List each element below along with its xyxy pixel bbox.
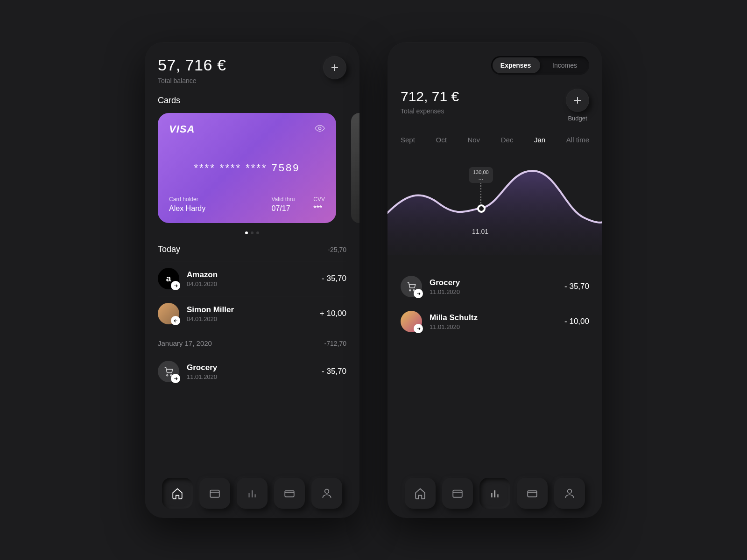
month-option[interactable]: Dec xyxy=(501,136,514,144)
pager-dot[interactable] xyxy=(251,231,254,234)
day-title: January 17, 2020 xyxy=(158,339,212,347)
holder-name: Alex Hardy xyxy=(169,204,253,213)
stats-screen: Expenses Incomes 712, 71 € Total expense… xyxy=(388,42,602,518)
tab-stats[interactable] xyxy=(237,478,268,509)
card-number: **** **** **** 7589 xyxy=(169,162,325,174)
tx-date: 11.01.2020 xyxy=(430,288,564,295)
eye-icon[interactable] xyxy=(315,123,325,133)
month-option[interactable]: Sept xyxy=(401,136,415,144)
cards-title: Cards xyxy=(158,96,346,105)
tx-date: 11.01.2020 xyxy=(187,373,322,380)
day-sum: -712,70 xyxy=(324,340,346,347)
pager-dot[interactable] xyxy=(256,231,259,234)
svg-point-3 xyxy=(167,375,168,376)
svg-point-15 xyxy=(568,489,572,493)
tab-bar xyxy=(158,469,346,509)
tx-name: Simon Miller xyxy=(187,305,320,315)
arrow-out-icon xyxy=(171,281,180,290)
svg-rect-6 xyxy=(285,491,294,497)
tab-card[interactable] xyxy=(517,478,548,509)
svg-rect-5 xyxy=(210,490,219,497)
total-balance: 57, 716 € xyxy=(158,56,226,74)
tx-date: 04.01.2020 xyxy=(187,315,320,322)
month-option[interactable]: Jan xyxy=(534,136,545,144)
chart-tooltip: 130,00… xyxy=(469,167,493,183)
month-picker[interactable]: Sept Oct Nov Dec Jan All time xyxy=(401,136,589,144)
pager-dot[interactable] xyxy=(245,231,248,234)
day-sum: -25,70 xyxy=(328,246,346,253)
tx-name: Milla Schultz xyxy=(430,313,564,322)
add-button[interactable] xyxy=(323,56,346,79)
cvv-label: CVV xyxy=(313,196,325,203)
chart-icon xyxy=(246,487,258,499)
category-avatar xyxy=(158,361,179,382)
tx-amount: - 35,70 xyxy=(564,282,589,291)
tx-amount: - 35,70 xyxy=(322,274,346,283)
total-balance-label: Total balance xyxy=(158,77,226,84)
chart-icon xyxy=(489,487,501,499)
svg-rect-13 xyxy=(453,490,462,497)
month-option[interactable]: Oct xyxy=(436,136,446,144)
tab-profile[interactable] xyxy=(311,478,342,509)
arrow-out-icon xyxy=(414,289,423,298)
day-title: Today xyxy=(158,245,180,254)
credit-card[interactable]: VISA **** **** **** 7589 Card holder Ale… xyxy=(158,113,336,223)
svg-rect-14 xyxy=(528,491,537,497)
segmented-control[interactable]: Expenses Incomes xyxy=(491,56,589,75)
transaction-row[interactable]: a Amazon04.01.2020 - 35,70 xyxy=(158,261,346,296)
home-icon xyxy=(414,487,426,499)
transaction-row[interactable]: Grocery11.01.2020 - 35,70 xyxy=(158,354,346,389)
valid-label: Valid thru xyxy=(272,196,295,203)
card-icon xyxy=(283,487,296,499)
person-avatar xyxy=(401,311,422,332)
tx-amount: + 10,00 xyxy=(320,309,346,318)
card-brand: VISA xyxy=(169,123,195,135)
svg-point-7 xyxy=(325,489,329,493)
tab-home[interactable] xyxy=(405,478,436,509)
svg-point-2 xyxy=(318,127,321,130)
transaction-row[interactable]: Grocery11.01.2020 - 35,70 xyxy=(401,269,589,304)
tx-amount: - 35,70 xyxy=(322,367,346,376)
chart-point[interactable] xyxy=(477,204,486,213)
plus-icon xyxy=(330,63,339,72)
tx-name: Grocery xyxy=(430,278,564,287)
tab-bar xyxy=(401,469,589,509)
home-screen: 57, 716 € Total balance Cards VISA **** … xyxy=(145,42,359,518)
card-icon xyxy=(526,487,538,499)
transaction-row[interactable]: Milla Schultz11.01.2020 - 10,00 xyxy=(401,304,589,339)
add-budget-button[interactable] xyxy=(566,89,589,112)
tab-stats[interactable] xyxy=(479,478,510,509)
next-card-peek[interactable] xyxy=(351,113,359,223)
person-avatar xyxy=(158,303,179,324)
transaction-row[interactable]: Simon Miller04.01.2020 + 10,00 xyxy=(158,296,346,331)
tab-profile[interactable] xyxy=(554,478,585,509)
category-avatar xyxy=(401,276,422,297)
home-icon xyxy=(171,487,183,499)
month-option[interactable]: All time xyxy=(566,136,589,144)
tx-name: Amazon xyxy=(187,270,322,280)
tab-home[interactable] xyxy=(162,478,193,509)
arrow-out-icon xyxy=(171,374,180,383)
tab-wallet[interactable] xyxy=(442,478,473,509)
segment-expenses[interactable]: Expenses xyxy=(491,62,540,69)
tx-name: Grocery xyxy=(187,363,322,372)
user-icon xyxy=(564,487,576,499)
cvv: *** xyxy=(313,204,325,213)
tx-date: 04.01.2020 xyxy=(187,280,322,287)
segment-incomes[interactable]: Incomes xyxy=(540,62,589,69)
card-pager[interactable] xyxy=(158,231,346,234)
wallet-icon xyxy=(451,487,464,499)
tab-wallet[interactable] xyxy=(199,478,230,509)
budget-label: Budget xyxy=(568,115,587,122)
valid-thru: 07/17 xyxy=(272,204,295,213)
tab-card[interactable] xyxy=(274,478,305,509)
tx-date: 11.01.2020 xyxy=(430,323,564,330)
month-option[interactable]: Nov xyxy=(467,136,480,144)
arrow-out-icon xyxy=(414,324,423,333)
tx-amount: - 10,00 xyxy=(564,317,589,326)
expenses-chart[interactable]: 130,00… 11.01 xyxy=(388,147,602,255)
arrow-in-icon xyxy=(171,316,180,325)
svg-point-11 xyxy=(409,290,411,291)
merchant-avatar: a xyxy=(158,268,179,289)
total-expenses: 712, 71 € xyxy=(401,89,459,105)
